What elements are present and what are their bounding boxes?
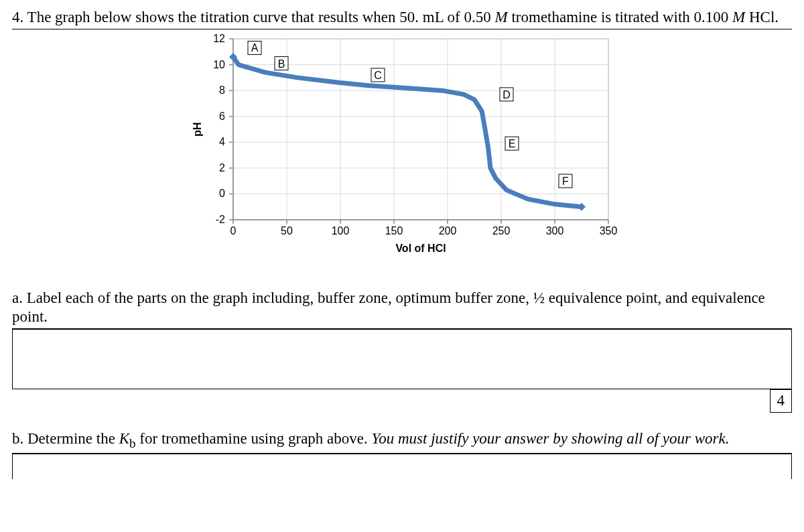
page-num-row: 4 bbox=[12, 389, 792, 416]
q-text-b: tromethamine is titrated with 0.100 bbox=[511, 9, 732, 25]
svg-text:200: 200 bbox=[439, 225, 457, 237]
svg-text:100: 100 bbox=[332, 225, 350, 237]
sub-b-text-b: for tromethamine using graph above. bbox=[136, 430, 372, 447]
q-M1: M bbox=[495, 9, 512, 25]
svg-text:10: 10 bbox=[213, 58, 225, 70]
svg-text:350: 350 bbox=[600, 225, 618, 237]
answer-box-a[interactable] bbox=[12, 329, 792, 389]
svg-text:0: 0 bbox=[219, 188, 225, 199]
question-stem: 4. The graph below shows the titration c… bbox=[12, 8, 792, 29]
sub-question-a: a. Label each of the parts on the graph … bbox=[12, 289, 792, 330]
svg-text:300: 300 bbox=[546, 225, 564, 237]
sub-b-text-c: You must justify your answer by showing … bbox=[372, 430, 730, 447]
svg-text:Vol of HCl: Vol of HCl bbox=[395, 243, 446, 254]
kb-K: K bbox=[119, 430, 129, 447]
svg-text:D: D bbox=[503, 89, 511, 101]
sub-a-text: Label each of the parts on the graph inc… bbox=[12, 289, 765, 326]
svg-text:pH: pH bbox=[192, 122, 203, 136]
svg-text:F: F bbox=[562, 176, 569, 187]
svg-text:150: 150 bbox=[385, 225, 403, 237]
q-M2: M bbox=[732, 9, 749, 25]
svg-rect-16 bbox=[233, 39, 608, 220]
svg-text:C: C bbox=[374, 70, 382, 81]
page-number: 4 bbox=[770, 389, 793, 413]
q-text-c: HCl. bbox=[749, 9, 779, 25]
sub-b-text-a: Determine the bbox=[27, 430, 119, 447]
kb-sub: b bbox=[129, 436, 136, 450]
titration-chart: -2024681012050100150200250300350Vol of H… bbox=[186, 32, 628, 269]
svg-text:8: 8 bbox=[219, 84, 225, 96]
svg-text:250: 250 bbox=[492, 225, 511, 237]
sub-question-b: b. Determine the Kb for tromethamine usi… bbox=[12, 429, 792, 454]
svg-text:2: 2 bbox=[219, 162, 225, 174]
svg-text:12: 12 bbox=[213, 33, 225, 44]
sub-b-label: b. bbox=[12, 430, 23, 447]
q-number: 4. bbox=[12, 9, 23, 25]
svg-text:6: 6 bbox=[219, 110, 225, 121]
svg-text:B: B bbox=[278, 58, 285, 69]
svg-text:0: 0 bbox=[230, 225, 237, 237]
answer-box-b[interactable] bbox=[12, 454, 792, 479]
q-text-a: The graph below shows the titration curv… bbox=[27, 9, 495, 25]
svg-text:50: 50 bbox=[281, 225, 293, 237]
sub-a-label: a. bbox=[12, 289, 23, 306]
svg-text:-2: -2 bbox=[216, 214, 225, 225]
svg-text:4: 4 bbox=[219, 136, 225, 147]
svg-text:E: E bbox=[509, 138, 516, 149]
svg-marker-54 bbox=[578, 202, 586, 210]
svg-text:A: A bbox=[251, 42, 259, 54]
